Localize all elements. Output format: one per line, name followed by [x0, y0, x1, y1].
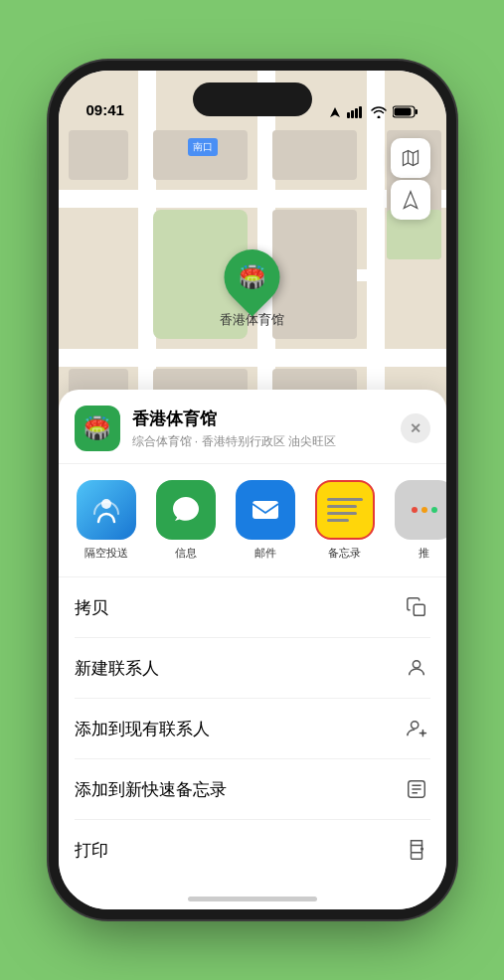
share-item-notes[interactable]: 备忘录: [313, 480, 377, 561]
action-new-contact[interactable]: 新建联系人: [75, 638, 430, 699]
quick-note-icon: [403, 775, 430, 803]
more-dot-green: [431, 507, 437, 513]
share-item-mail[interactable]: 邮件: [234, 480, 297, 561]
action-print[interactable]: 打印: [75, 820, 430, 880]
action-copy-label: 拷贝: [75, 596, 108, 619]
notes-line-4: [327, 519, 349, 522]
share-item-messages[interactable]: 信息: [154, 480, 218, 561]
svg-point-12: [413, 661, 420, 668]
dynamic-island: [193, 82, 312, 116]
place-subtitle: 综合体育馆 · 香港特别行政区 油尖旺区: [132, 433, 401, 450]
map-label-text: 南口: [193, 141, 213, 152]
action-add-quick-note-label: 添加到新快速备忘录: [75, 778, 227, 801]
new-contact-icon: [403, 654, 430, 682]
stadium-icon: 🏟️: [239, 264, 265, 290]
svg-rect-3: [359, 106, 362, 118]
more-dot-red: [412, 507, 418, 513]
home-indicator: [188, 897, 317, 901]
messages-icon: [156, 480, 216, 540]
status-time: 09:41: [86, 101, 124, 118]
svg-rect-11: [414, 604, 424, 615]
svg-rect-1: [351, 110, 354, 118]
notes-icon: [315, 480, 375, 540]
marker-pin: 🏟️: [213, 238, 291, 316]
more-label: 推: [419, 546, 429, 561]
svg-rect-0: [347, 112, 350, 118]
add-existing-icon: [403, 715, 430, 742]
svg-rect-6: [394, 108, 411, 116]
action-add-existing[interactable]: 添加到现有联系人: [75, 699, 430, 759]
action-list: 拷贝 新建联系人 添加到现有联系人: [59, 577, 446, 880]
bottom-sheet: 🏟️ 香港体育馆 综合体育馆 · 香港特别行政区 油尖旺区 ✕ 隔空投送: [59, 390, 446, 909]
map-label: 南口: [188, 138, 218, 156]
action-add-quick-note[interactable]: 添加到新快速备忘录: [75, 759, 430, 820]
place-icon: 🏟️: [75, 406, 120, 451]
close-button[interactable]: ✕: [401, 413, 430, 443]
place-info: 香港体育馆 综合体育馆 · 香港特别行政区 油尖旺区: [132, 408, 401, 450]
mail-icon: [236, 480, 295, 540]
place-header: 🏟️ 香港体育馆 综合体育馆 · 香港特别行政区 油尖旺区 ✕: [59, 390, 446, 464]
more-dots-decoration: [412, 507, 437, 513]
battery-icon: [393, 105, 419, 118]
notes-lines-decoration: [321, 490, 369, 530]
messages-label: 信息: [175, 546, 197, 561]
action-new-contact-label: 新建联系人: [75, 657, 159, 680]
location-button[interactable]: [391, 180, 430, 220]
svg-rect-10: [252, 501, 278, 519]
airdrop-icon: [77, 480, 136, 540]
action-copy[interactable]: 拷贝: [75, 577, 430, 638]
place-name: 香港体育馆: [132, 408, 401, 430]
svg-point-9: [101, 499, 111, 509]
more-icon: [395, 480, 446, 540]
airdrop-label: 隔空投送: [84, 546, 128, 561]
svg-rect-2: [355, 108, 358, 118]
svg-rect-5: [415, 109, 418, 114]
map-type-button[interactable]: [391, 138, 430, 178]
more-dot-orange: [421, 507, 427, 513]
print-icon: [403, 836, 430, 864]
notes-line-2: [327, 505, 357, 508]
share-row: 隔空投送 信息 邮件: [59, 464, 446, 577]
phone-frame: 09:41: [59, 71, 446, 909]
svg-point-13: [411, 722, 418, 729]
share-item-more[interactable]: 推: [393, 480, 446, 561]
map-button-group: [391, 138, 430, 220]
location-status-icon: [329, 106, 341, 118]
notes-label: 备忘录: [328, 546, 361, 561]
wifi-icon: [371, 106, 387, 118]
share-item-airdrop[interactable]: 隔空投送: [75, 480, 138, 561]
mail-label: 邮件: [254, 546, 276, 561]
svg-point-22: [420, 848, 422, 850]
svg-rect-21: [411, 853, 421, 859]
signal-icon: [347, 106, 365, 118]
status-icons: [329, 105, 419, 118]
action-print-label: 打印: [75, 839, 108, 862]
copy-icon: [403, 593, 430, 621]
notes-line-1: [327, 498, 363, 501]
action-add-existing-label: 添加到现有联系人: [75, 718, 210, 740]
stadium-marker: 🏟️ 香港体育馆: [220, 249, 284, 329]
notes-line-3: [327, 512, 357, 515]
